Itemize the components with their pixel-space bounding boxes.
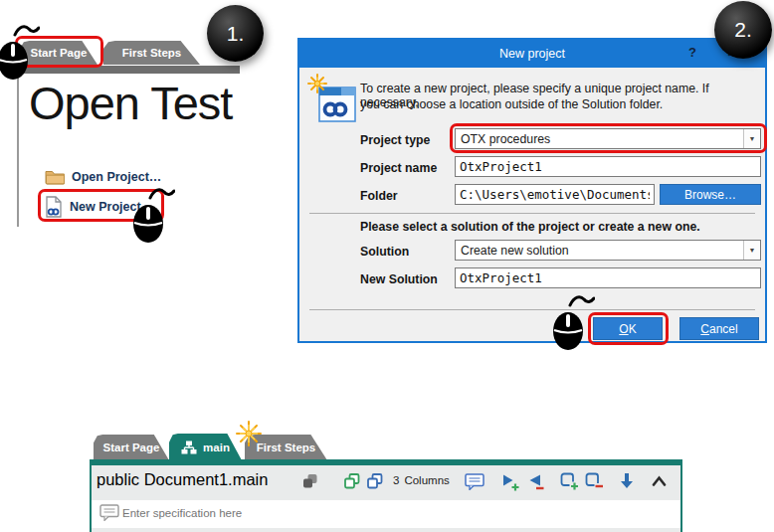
starburst-icon bbox=[236, 421, 262, 446]
specification-comment-icon bbox=[99, 504, 120, 521]
dialog-titlebar[interactable]: New project ? ✕ bbox=[299, 40, 765, 68]
add-frame-icon[interactable] bbox=[560, 472, 579, 490]
procedure-signature: public Document1.main bbox=[97, 470, 268, 489]
stacked-squares-gray-icon[interactable] bbox=[301, 472, 319, 490]
comment-icon[interactable] bbox=[465, 473, 485, 490]
collapse-chevron-icon[interactable] bbox=[652, 475, 667, 486]
open-project-label: Open Project… bbox=[72, 170, 161, 184]
columns-indicator[interactable]: 3 Columns bbox=[393, 474, 450, 486]
columns-count: 3 bbox=[393, 474, 399, 486]
dialog-intro-line2: you can choose a location outside of the… bbox=[360, 97, 663, 111]
dropdown-arrow-icon[interactable]: ▼ bbox=[743, 241, 760, 260]
tutorial-screenshot: { "colors": { "titlebar_blue": "#1877d2"… bbox=[0, 0, 774, 532]
project-type-combobox[interactable]: OTX procedures ▼ bbox=[455, 128, 761, 149]
mouse-cursor-icon bbox=[0, 24, 40, 82]
dialog-separator bbox=[309, 309, 755, 310]
step-2-badge: 2. bbox=[714, 1, 772, 59]
remove-frame-icon[interactable] bbox=[585, 472, 604, 490]
ok-button-label: OK bbox=[619, 322, 636, 336]
cancel-button[interactable]: Cancel bbox=[679, 317, 759, 340]
step-1-badge: 1. bbox=[207, 5, 264, 62]
down-arrow-icon[interactable] bbox=[619, 471, 635, 489]
new-project-document-icon bbox=[45, 196, 63, 218]
project-type-value: OTX procedures bbox=[461, 132, 550, 146]
tab-editor-start-page[interactable]: Start Page bbox=[94, 435, 169, 460]
solution-value: Create new solution bbox=[461, 244, 569, 258]
new-solution-input[interactable] bbox=[455, 267, 761, 288]
solution-label: Solution bbox=[360, 245, 409, 259]
dialog-separator bbox=[309, 213, 755, 214]
cancel-button-label: Cancel bbox=[700, 322, 737, 336]
ok-button[interactable]: OK bbox=[593, 317, 663, 340]
remove-node-icon[interactable] bbox=[526, 473, 545, 491]
tab-first-steps-label: First Steps bbox=[122, 47, 181, 59]
solution-hint: Please select a solution of the project … bbox=[360, 220, 700, 234]
help-button[interactable]: ? bbox=[683, 45, 701, 60]
stacked-squares-green-icon[interactable] bbox=[343, 472, 361, 490]
new-project-dialog: New project ? ✕ To create a new project,… bbox=[297, 38, 767, 343]
tab-editor-first-steps-label: First Steps bbox=[257, 442, 315, 453]
browse-button[interactable]: Browse… bbox=[660, 184, 761, 205]
solution-combobox[interactable]: Create new solution ▼ bbox=[455, 240, 761, 261]
procedure-tree-icon bbox=[181, 441, 197, 454]
mouse-cursor-icon bbox=[129, 187, 175, 245]
start-tabstrip-bar bbox=[17, 66, 240, 74]
folder-icon bbox=[45, 169, 65, 185]
browse-button-label: Browse… bbox=[684, 188, 736, 202]
project-name-label: Project name bbox=[360, 161, 437, 175]
folder-input[interactable] bbox=[455, 184, 655, 205]
mouse-cursor-icon bbox=[549, 294, 595, 352]
folder-label: Folder bbox=[360, 189, 398, 203]
open-project-link[interactable]: Open Project… bbox=[45, 169, 161, 185]
stacked-squares-blue-icon[interactable] bbox=[366, 472, 384, 490]
new-project-window-icon bbox=[307, 74, 357, 127]
project-type-label: Project type bbox=[360, 133, 430, 147]
project-name-input[interactable] bbox=[455, 156, 761, 177]
tab-editor-start-page-label: Start Page bbox=[103, 442, 160, 453]
tab-editor-main-label: main bbox=[203, 442, 230, 453]
dropdown-arrow-icon[interactable]: ▼ bbox=[743, 129, 760, 148]
new-solution-label: New Solution bbox=[360, 272, 438, 286]
tab-first-steps[interactable]: First Steps bbox=[103, 41, 200, 65]
columns-label: Columns bbox=[404, 474, 449, 486]
add-node-icon[interactable] bbox=[501, 473, 520, 491]
specification-placeholder[interactable]: Enter specification here bbox=[122, 507, 242, 519]
tab-editor-main[interactable]: main bbox=[169, 434, 242, 460]
start-page-title: Open Test bbox=[29, 76, 232, 130]
